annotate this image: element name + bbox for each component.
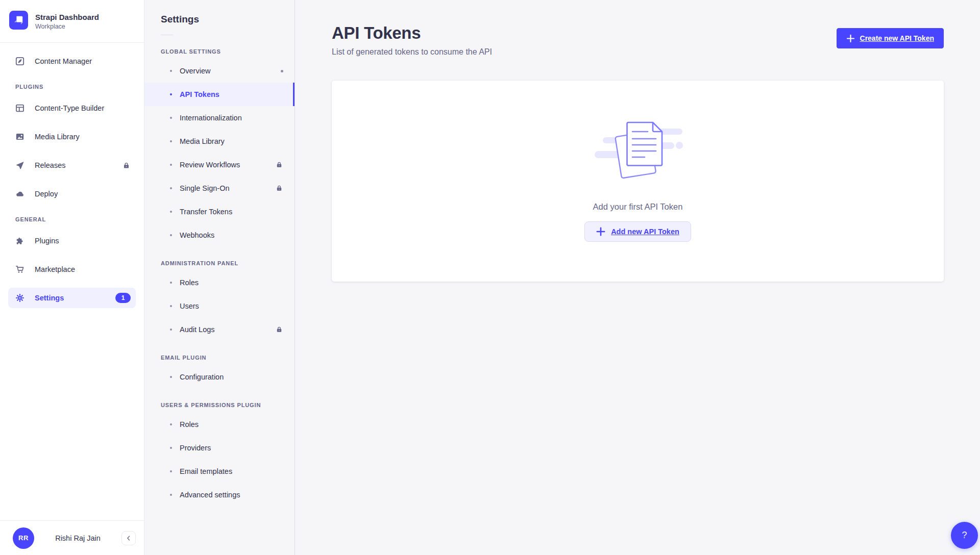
subnav-item-review-workflows[interactable]: Review Workflows	[144, 153, 295, 176]
subnav-item-transfer-tokens[interactable]: Transfer Tokens	[144, 200, 295, 223]
subnav-item-label: API Tokens	[180, 90, 219, 98]
sidebar-item-label: Content-Type Builder	[35, 104, 104, 112]
subnav-item-label: Single Sign-On	[180, 184, 230, 192]
subnav-section-email-plugin: EMAIL PLUGIN	[161, 355, 295, 361]
lock-icon	[275, 184, 283, 192]
sidebar-item-label: Deploy	[35, 190, 58, 198]
help-button[interactable]: ?	[951, 522, 978, 549]
subnav-item-label: Review Workflows	[180, 161, 240, 169]
settings-notification-badge: 1	[115, 293, 131, 303]
lock-icon	[275, 325, 283, 334]
subnav-item-providers[interactable]: Providers	[144, 436, 295, 460]
subnav-item-single-sign-on[interactable]: Single Sign-On	[144, 176, 295, 200]
main-sidebar: Strapi Dashboard Workplace Content Manag…	[0, 0, 144, 555]
workspace-switcher[interactable]: Strapi Dashboard Workplace	[0, 0, 144, 43]
bullet-icon	[170, 447, 172, 449]
subnav-item-overview[interactable]: Overview	[144, 59, 295, 83]
documents-illustration-icon	[592, 118, 684, 186]
subnav-item-roles-admin[interactable]: Roles	[144, 271, 295, 294]
bullet-icon	[170, 376, 172, 378]
subnav-item-label: Transfer Tokens	[180, 208, 232, 216]
bullet-icon	[170, 329, 172, 331]
collapse-sidebar-button[interactable]	[121, 531, 136, 545]
subnav-item-label: Advanced settings	[180, 491, 240, 499]
workspace-subtitle: Workplace	[35, 23, 99, 30]
chevron-left-icon	[125, 535, 132, 542]
bullet-icon	[170, 187, 172, 189]
subnav-item-webhooks[interactable]: Webhooks	[144, 223, 295, 247]
lock-icon	[275, 161, 283, 169]
sidebar-item-label: Releases	[35, 161, 65, 169]
help-label: ?	[962, 530, 967, 541]
sidebar-item-marketplace[interactable]: Marketplace	[8, 259, 136, 280]
subnav-section-users-permissions: USERS & PERMISSIONS PLUGIN	[161, 402, 295, 408]
main-nav: Content Manager PLUGINS Content-Type Bui…	[0, 43, 144, 520]
subnav-item-label: Media Library	[180, 137, 225, 145]
avatar[interactable]: RR	[13, 527, 34, 549]
bullet-icon	[170, 470, 172, 472]
create-api-token-label: Create new API Token	[860, 34, 934, 42]
puzzle-icon	[15, 236, 24, 245]
subnav-item-label: Roles	[180, 420, 199, 428]
create-api-token-button[interactable]: Create new API Token	[837, 28, 944, 48]
bullet-icon	[170, 305, 172, 307]
bullet-icon	[170, 211, 172, 213]
subnav-section-administration-panel: ADMINISTRATION PANEL	[161, 260, 295, 266]
subnav-item-label: Configuration	[180, 373, 224, 381]
sidebar-item-deploy[interactable]: Deploy	[8, 184, 136, 204]
subnav-item-internationalization[interactable]: Internationalization	[144, 106, 295, 130]
subnav-item-roles-up[interactable]: Roles	[144, 413, 295, 436]
gear-icon	[15, 293, 24, 302]
subnav-item-advanced-settings[interactable]: Advanced settings	[144, 483, 295, 507]
bullet-icon	[170, 117, 172, 119]
bullet-icon	[170, 234, 172, 236]
sidebar-item-settings[interactable]: Settings 1	[8, 288, 136, 308]
subnav-item-configuration[interactable]: Configuration	[144, 365, 295, 389]
subnav-item-media-library[interactable]: Media Library	[144, 130, 295, 153]
subnav-item-label: Internationalization	[180, 114, 242, 122]
page-title: API Tokens	[332, 23, 492, 43]
plus-icon	[846, 34, 855, 43]
sidebar-item-media-library[interactable]: Media Library	[8, 127, 136, 147]
add-api-token-button[interactable]: Add new API Token	[584, 221, 691, 242]
subnav-item-label: Webhooks	[180, 231, 214, 239]
notification-dot-icon	[281, 70, 283, 72]
sidebar-footer: RR Rishi Raj Jain	[0, 520, 144, 555]
sidebar-item-content-type-builder[interactable]: Content-Type Builder	[8, 98, 136, 118]
add-api-token-label: Add new API Token	[611, 228, 679, 236]
subnav-item-audit-logs[interactable]: Audit Logs	[144, 318, 295, 341]
sidebar-item-plugins[interactable]: Plugins	[8, 231, 136, 251]
sidebar-item-label: Media Library	[35, 133, 80, 141]
bullet-icon	[170, 494, 172, 496]
plus-icon	[596, 227, 605, 236]
bullet-icon	[170, 282, 172, 284]
sidebar-item-content-manager[interactable]: Content Manager	[8, 51, 136, 71]
empty-state-card: Add your first API Token Add new API Tok…	[332, 81, 944, 282]
sidebar-item-label: Content Manager	[35, 57, 92, 65]
sidebar-item-label: Plugins	[35, 237, 59, 245]
sidebar-section-general: GENERAL	[15, 216, 136, 222]
subnav-item-label: Overview	[180, 67, 210, 75]
sidebar-section-plugins: PLUGINS	[15, 84, 136, 90]
sidebar-item-label: Settings	[35, 294, 64, 302]
bullet-icon	[170, 93, 172, 95]
bullet-icon	[170, 423, 172, 425]
subnav-title: Settings	[144, 0, 295, 25]
empty-state-message: Add your first API Token	[593, 202, 683, 212]
cloud-icon	[15, 189, 24, 198]
page-header: API Tokens List of generated tokens to c…	[332, 23, 944, 57]
content-manager-icon	[15, 57, 24, 66]
sidebar-item-releases[interactable]: Releases	[8, 155, 136, 175]
subnav-item-users[interactable]: Users	[144, 294, 295, 318]
subnav-item-label: Email templates	[180, 467, 232, 475]
strapi-logo-icon	[9, 11, 28, 32]
workspace-title: Strapi Dashboard	[35, 13, 99, 21]
layout-icon	[15, 104, 24, 113]
subnav-item-label: Providers	[180, 444, 211, 452]
subnav-item-api-tokens[interactable]: API Tokens	[144, 83, 295, 106]
subnav-item-label: Users	[180, 302, 199, 310]
subnav-divider	[161, 35, 173, 35]
subnav-item-email-templates[interactable]: Email templates	[144, 460, 295, 483]
bullet-icon	[170, 140, 172, 142]
main-content: API Tokens List of generated tokens to c…	[295, 0, 980, 555]
